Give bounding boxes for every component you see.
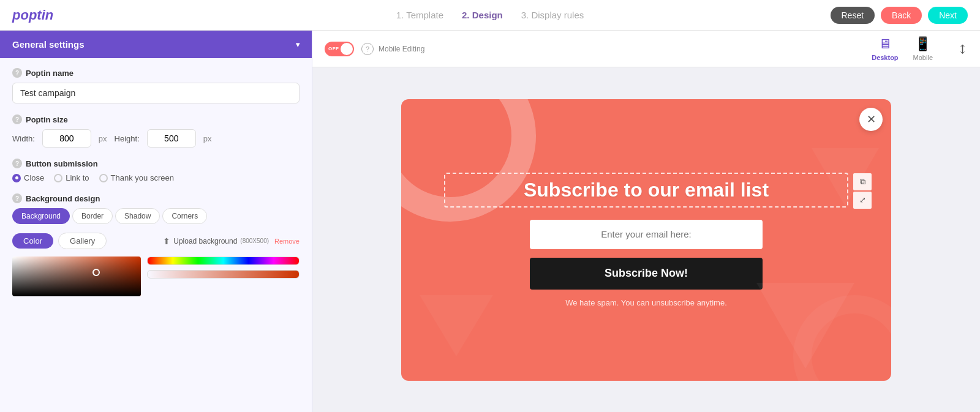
toggle-knob xyxy=(341,43,353,55)
radio-group: Close Link to Thank you screen xyxy=(12,173,300,182)
radio-close-dot xyxy=(12,174,21,182)
height-input[interactable] xyxy=(147,129,196,148)
popup-email-input[interactable] xyxy=(530,220,763,249)
bg-shape-circle-br xyxy=(793,295,891,381)
step-3[interactable]: 3. Display rules xyxy=(521,10,584,20)
mobile-editing-help-icon[interactable]: ? xyxy=(361,43,374,55)
logo: poptin xyxy=(12,7,53,23)
color-gallery-row: Color Gallery ⬆ Upload background (800X5… xyxy=(12,233,300,249)
background-design-help-icon[interactable]: ? xyxy=(12,193,22,203)
bg-shape-triangle-br xyxy=(756,283,854,369)
mobile-editing-toggle[interactable]: OFF xyxy=(325,42,354,56)
upload-icon: ⬆ xyxy=(163,236,170,246)
radio-thank-you[interactable]: Thank you screen xyxy=(99,173,174,182)
nav-buttons: Reset Back Next xyxy=(831,7,968,24)
bg-shape-triangle-bl xyxy=(420,295,493,356)
radio-thank-label: Thank you screen xyxy=(111,173,174,182)
poptin-name-group: ? Poptin name xyxy=(12,68,300,103)
height-px: px xyxy=(203,134,212,143)
popup-spam-text: We hate spam. You can unsubscribe anytim… xyxy=(565,298,727,307)
mobile-editing-label: Mobile Editing xyxy=(379,45,424,53)
general-settings-label: General settings xyxy=(12,39,85,50)
poptin-size-label: Poptin size xyxy=(26,115,68,124)
main-layout: General settings ▾ ? Poptin name ? Popti… xyxy=(0,31,980,412)
color-sliders xyxy=(147,257,300,279)
poptin-size-group: ? Poptin size Width: px Height: px xyxy=(12,114,300,148)
button-submission-label: Button submission xyxy=(26,159,98,168)
resize-element-button[interactable]: ⤢ xyxy=(853,192,872,209)
width-px: px xyxy=(99,134,107,143)
color-gradient-thumb[interactable] xyxy=(92,269,100,276)
logo-text: poptin xyxy=(12,7,53,23)
popup-close-button[interactable]: ✕ xyxy=(859,108,883,131)
radio-close[interactable]: Close xyxy=(12,173,44,182)
sidebar: General settings ▾ ? Poptin name ? Popti… xyxy=(0,31,312,412)
remove-link[interactable]: Remove xyxy=(274,238,300,245)
poptin-size-help-icon[interactable]: ? xyxy=(12,114,22,124)
upload-size: (800X500) xyxy=(240,238,269,244)
upload-label: Upload background xyxy=(173,237,237,245)
poptin-size-label-row: ? Poptin size xyxy=(12,114,300,124)
chevron-down-icon: ▾ xyxy=(296,40,300,49)
color-button[interactable]: Color xyxy=(12,233,53,249)
width-label: Width: xyxy=(12,134,35,143)
button-submission-help-icon[interactable]: ? xyxy=(12,159,22,168)
background-design-label: Background design xyxy=(26,194,100,203)
element-actions: ⧉ ⤢ xyxy=(853,173,872,209)
gallery-button[interactable]: Gallery xyxy=(58,233,107,249)
size-row: Width: px Height: px xyxy=(12,129,300,148)
radio-link-label: Link to xyxy=(66,173,89,182)
mobile-icon: 📱 xyxy=(914,36,931,52)
background-design-label-row: ? Background design xyxy=(12,193,300,203)
poptin-name-input[interactable] xyxy=(12,83,300,103)
next-button[interactable]: Next xyxy=(928,7,968,24)
preview-area: OFF ? Mobile Editing 🖥 Desktop 📱 Mobile … xyxy=(312,31,980,412)
nav-steps: 1. Template 2. Design 3. Display rules xyxy=(396,10,584,20)
copy-element-button[interactable]: ⧉ xyxy=(853,173,872,190)
mobile-button[interactable]: 📱 Mobile xyxy=(913,36,933,61)
rainbow-slider[interactable] xyxy=(147,257,300,265)
desktop-icon: 🖥 xyxy=(878,36,892,52)
desktop-label: Desktop xyxy=(872,54,898,61)
button-submission-label-row: ? Button submission xyxy=(12,159,300,168)
radio-link-to[interactable]: Link to xyxy=(54,173,89,182)
step-1[interactable]: 1. Template xyxy=(396,10,443,20)
tab-background[interactable]: Background xyxy=(12,208,70,224)
background-design-group: ? Background design Background Border Sh… xyxy=(12,193,300,296)
device-buttons: 🖥 Desktop 📱 Mobile xyxy=(872,36,933,61)
popup-canvas: ✕ Subscribe to our email list ⧉ ⤢ Subscr… xyxy=(312,67,980,412)
popup-container: ✕ Subscribe to our email list ⧉ ⤢ Subscr… xyxy=(401,99,891,381)
poptin-name-label: Poptin name xyxy=(26,69,74,78)
sidebar-content: ? Poptin name ? Poptin size Width: px He… xyxy=(0,58,312,317)
radio-close-label: Close xyxy=(24,173,44,182)
radio-link-dot xyxy=(54,174,62,182)
height-label: Height: xyxy=(115,134,140,143)
toggle-wrap: OFF ? Mobile Editing xyxy=(325,42,424,56)
top-nav: poptin 1. Template 2. Design 3. Display … xyxy=(0,0,980,31)
radio-thank-dot xyxy=(99,174,108,182)
back-button[interactable]: Back xyxy=(881,7,922,24)
toggle-off-label: OFF xyxy=(328,46,339,51)
reset-button[interactable]: Reset xyxy=(831,7,875,24)
bg-design-tabs: Background Border Shadow Corners xyxy=(12,208,300,224)
tab-shadow[interactable]: Shadow xyxy=(115,208,160,224)
poptin-name-help-icon[interactable]: ? xyxy=(12,68,22,78)
alpha-slider[interactable] xyxy=(147,270,300,279)
step-2[interactable]: 2. Design xyxy=(462,10,503,20)
tab-border[interactable]: Border xyxy=(72,208,113,224)
general-settings-header[interactable]: General settings ▾ xyxy=(0,31,312,58)
desktop-button[interactable]: 🖥 Desktop xyxy=(872,36,898,61)
preview-toolbar: OFF ? Mobile Editing 🖥 Desktop 📱 Mobile … xyxy=(312,31,980,67)
upload-background-button[interactable]: ⬆ Upload background (800X500) Remove xyxy=(163,236,300,246)
color-gradient[interactable] xyxy=(12,257,141,296)
button-submission-group: ? Button submission Close Link to Thank … xyxy=(12,159,300,182)
color-picker-area xyxy=(12,257,300,296)
width-input[interactable] xyxy=(42,129,91,148)
popup-subscribe-button[interactable]: Subscribe Now! xyxy=(530,258,763,290)
poptin-name-label-row: ? Poptin name xyxy=(12,68,300,78)
tab-corners[interactable]: Corners xyxy=(162,208,207,224)
popup-title-wrap[interactable]: Subscribe to our email list ⧉ ⤢ xyxy=(444,173,848,208)
mobile-label: Mobile xyxy=(913,54,933,61)
popup-title: Subscribe to our email list xyxy=(455,179,837,201)
expand-button[interactable]: ⤡ xyxy=(954,40,971,58)
